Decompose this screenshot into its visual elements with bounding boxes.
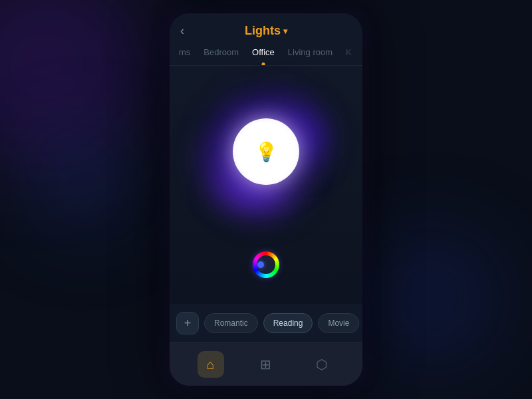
bg-decoration-3 [33, 133, 133, 233]
mode-bar: + Romantic Reading Movie Goin... [170, 304, 362, 342]
tab-bedroom[interactable]: Bedroom [201, 45, 241, 60]
color-wheel-selector [257, 261, 264, 268]
add-mode-button[interactable]: + [176, 312, 199, 334]
chevron-down-icon: ▾ [283, 27, 287, 36]
tab-living-room[interactable]: Living room [285, 45, 335, 60]
nav-home[interactable]: ⌂ [198, 351, 224, 378]
mode-chip-reading[interactable]: Reading [263, 313, 313, 333]
main-content: 💡 [170, 66, 362, 304]
header: ‹ Lights ▾ [170, 13, 362, 45]
tab-kitchen[interactable]: K [343, 45, 354, 60]
tab-rooms[interactable]: ms [176, 45, 193, 60]
color-wheel[interactable] [253, 251, 279, 278]
header-title: Lights ▾ [245, 24, 287, 38]
room-tabs: ms Bedroom Office Living room K [170, 45, 362, 66]
bottom-nav: ⌂ ⊞ ⬡ [170, 342, 362, 386]
nav-settings[interactable]: ⬡ [308, 351, 334, 378]
nav-grid[interactable]: ⊞ [253, 351, 279, 378]
light-orb-container[interactable]: 💡 [193, 78, 339, 225]
header-title-text: Lights [245, 24, 281, 38]
phone-container: ‹ Lights ▾ ms Bedroom Office Living room… [170, 13, 362, 386]
mode-chip-romantic[interactable]: Romantic [204, 313, 258, 333]
plus-icon: + [184, 317, 192, 331]
bulb-icon: 💡 [255, 141, 278, 163]
home-icon: ⌂ [207, 357, 215, 372]
mode-chip-movie[interactable]: Movie [318, 313, 359, 333]
settings-icon: ⬡ [316, 356, 327, 372]
light-circle[interactable]: 💡 [233, 118, 299, 185]
bg-decoration-2 [366, 233, 499, 366]
back-button[interactable]: ‹ [180, 24, 184, 38]
tab-office[interactable]: Office [249, 45, 277, 60]
back-icon: ‹ [180, 24, 184, 37]
grid-icon: ⊞ [260, 356, 271, 372]
bg-decoration-1 [0, 0, 146, 166]
